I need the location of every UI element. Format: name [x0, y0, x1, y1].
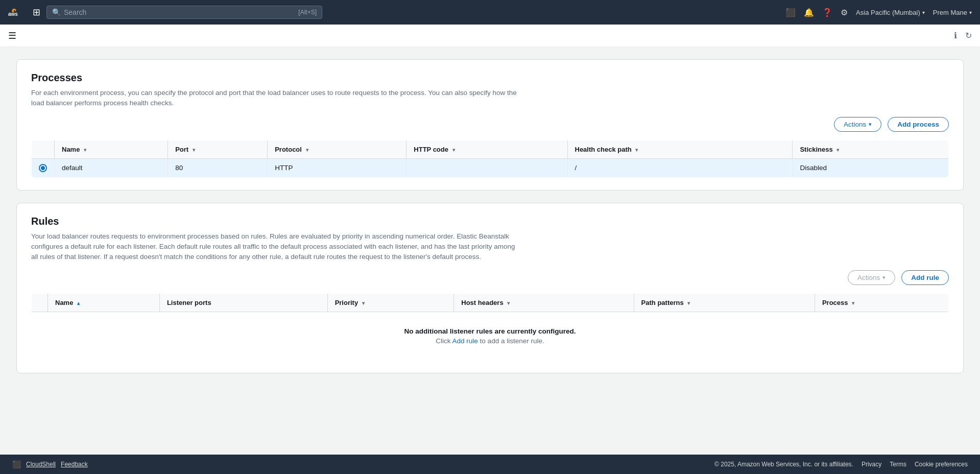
- nav-right-icons: ⬛ 🔔 ❓ ⚙ Asia Pacific (Mumbai) ▾ Prem Man…: [785, 8, 972, 17]
- add-rule-button[interactable]: Add rule: [901, 270, 949, 285]
- rules-priority-sort-icon: ▾: [362, 300, 365, 306]
- processes-table-header: Name ▾ Port ▾ Protocol ▾ HTTP code ▾: [32, 140, 949, 158]
- user-menu[interactable]: Prem Mane ▾: [933, 9, 972, 16]
- stickiness-sort-icon: ▾: [836, 147, 839, 153]
- rules-pathpatterns-header[interactable]: Path patterns ▾: [634, 294, 815, 312]
- rules-description: Your load balancer routes requests to en…: [31, 231, 521, 263]
- row-protocol-cell: HTTP: [268, 158, 407, 177]
- rules-listenerports-header[interactable]: Listener ports: [159, 294, 327, 312]
- refresh-icon[interactable]: ↻: [965, 31, 972, 40]
- processes-protocol-header[interactable]: Protocol ▾: [268, 140, 407, 158]
- rules-empty-secondary: Click Add rule to add a listener rule.: [40, 337, 940, 345]
- region-selector[interactable]: Asia Pacific (Mumbai) ▾: [856, 9, 925, 16]
- rules-table-body: No additional listener rules are current…: [32, 312, 949, 361]
- radio-inner: [41, 166, 45, 170]
- rules-process-sort-icon: ▾: [852, 300, 854, 306]
- add-rule-link[interactable]: Add rule: [452, 337, 478, 345]
- search-icon: 🔍: [52, 8, 61, 16]
- row-radio-cell[interactable]: [32, 158, 55, 177]
- rules-title: Rules: [31, 216, 949, 227]
- rules-name-header[interactable]: Name ▴: [48, 294, 160, 312]
- rules-name-sort-icon: ▴: [77, 300, 80, 306]
- name-sort-icon: ▾: [84, 147, 86, 153]
- terminal-icon[interactable]: ⬛: [785, 8, 796, 17]
- svg-text:aws: aws: [8, 11, 18, 17]
- processes-httpcode-header[interactable]: HTTP code ▾: [407, 140, 567, 158]
- row-radio-button[interactable]: [39, 164, 47, 172]
- row-port-cell: 80: [168, 158, 268, 177]
- table-row[interactable]: default 80 HTTP / Disabled: [32, 158, 949, 177]
- bell-icon[interactable]: 🔔: [804, 8, 814, 17]
- processes-table: Name ▾ Port ▾ Protocol ▾ HTTP code ▾: [31, 140, 949, 178]
- rules-select-header: [32, 294, 48, 312]
- row-stickiness-cell: Disabled: [793, 158, 949, 177]
- processes-stickiness-header[interactable]: Stickiness ▾: [793, 140, 949, 158]
- processes-card: Processes For each environment process, …: [16, 59, 964, 191]
- port-sort-icon: ▾: [193, 147, 195, 153]
- info-icon[interactable]: ℹ: [954, 31, 957, 40]
- top-navigation: aws ⊞ 🔍 [Alt+S] ⬛ 🔔 ❓ ⚙ Asia Pacific (Mu…: [0, 0, 980, 25]
- processes-select-header: [32, 140, 55, 158]
- rules-actions-button[interactable]: Actions: [848, 270, 895, 285]
- processes-title: Processes: [31, 72, 949, 84]
- search-bar[interactable]: 🔍 [Alt+S]: [46, 6, 322, 19]
- processes-actions-button[interactable]: Actions: [834, 117, 881, 132]
- processes-description: For each environment process, you can sp…: [31, 88, 521, 109]
- rules-card: Rules Your load balancer routes requests…: [16, 203, 964, 374]
- search-input[interactable]: [64, 8, 298, 16]
- rules-table-header: Name ▴ Listener ports Priority ▾ Host he…: [32, 294, 949, 312]
- rules-empty-state: No additional listener rules are current…: [32, 312, 948, 360]
- protocol-sort-icon: ▾: [306, 147, 308, 153]
- main-content: Processes For each environment process, …: [0, 47, 980, 398]
- processes-table-body: default 80 HTTP / Disabled: [32, 158, 949, 177]
- row-httpcode-cell: [407, 158, 567, 177]
- help-icon[interactable]: ❓: [822, 8, 832, 17]
- processes-port-header[interactable]: Port ▾: [168, 140, 268, 158]
- aws-logo[interactable]: aws: [8, 7, 27, 18]
- add-process-button[interactable]: Add process: [888, 117, 949, 132]
- rules-empty-primary: No additional listener rules are current…: [40, 327, 940, 335]
- processes-healthcheck-header[interactable]: Health check path ▾: [567, 140, 793, 158]
- rules-hostheaders-header[interactable]: Host headers ▾: [454, 294, 634, 312]
- processes-actions: Actions Add process: [31, 117, 949, 132]
- search-shortcut: [Alt+S]: [298, 9, 317, 16]
- sub-nav-left: ☰: [8, 30, 16, 41]
- settings-icon[interactable]: ⚙: [841, 8, 848, 17]
- healthcheck-sort-icon: ▾: [635, 147, 638, 153]
- rules-priority-header[interactable]: Priority ▾: [327, 294, 454, 312]
- rules-hostheaders-sort-icon: ▾: [507, 300, 510, 306]
- hamburger-menu[interactable]: ☰: [8, 30, 16, 41]
- apps-grid-icon[interactable]: ⊞: [33, 7, 40, 18]
- rules-table: Name ▴ Listener ports Priority ▾ Host he…: [31, 293, 949, 361]
- processes-name-header[interactable]: Name ▾: [55, 140, 168, 158]
- rules-empty-row: No additional listener rules are current…: [32, 312, 949, 361]
- row-name-cell: default: [55, 158, 168, 177]
- row-healthcheck-cell: /: [567, 158, 793, 177]
- sub-nav-right: ℹ ↻: [954, 31, 972, 40]
- rules-process-header[interactable]: Process ▾: [815, 294, 948, 312]
- sub-navigation: ☰ ℹ ↻: [0, 25, 980, 47]
- httpcode-sort-icon: ▾: [452, 147, 455, 153]
- rules-actions: Actions Add rule: [31, 270, 949, 285]
- rules-pathpatterns-sort-icon: ▾: [687, 300, 690, 306]
